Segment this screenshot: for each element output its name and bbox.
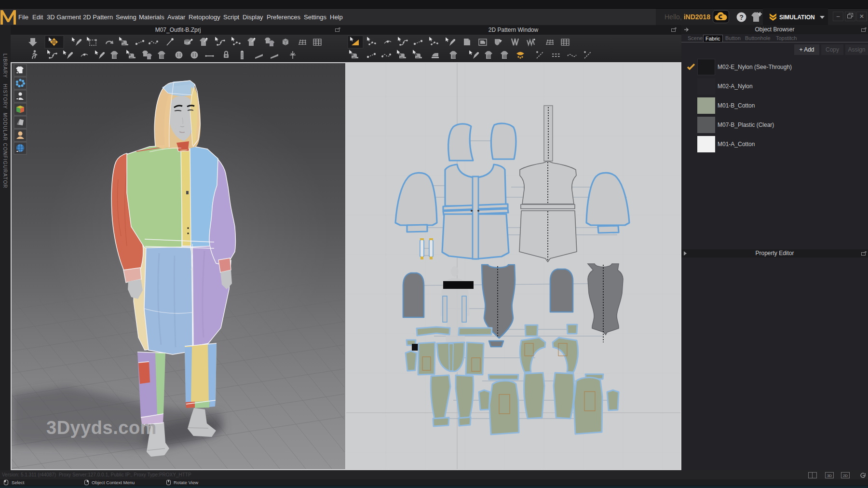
svg-text:3D: 3D (827, 474, 832, 478)
svg-text:2D: 2D (843, 474, 848, 478)
svg-text:?: ? (739, 14, 744, 21)
